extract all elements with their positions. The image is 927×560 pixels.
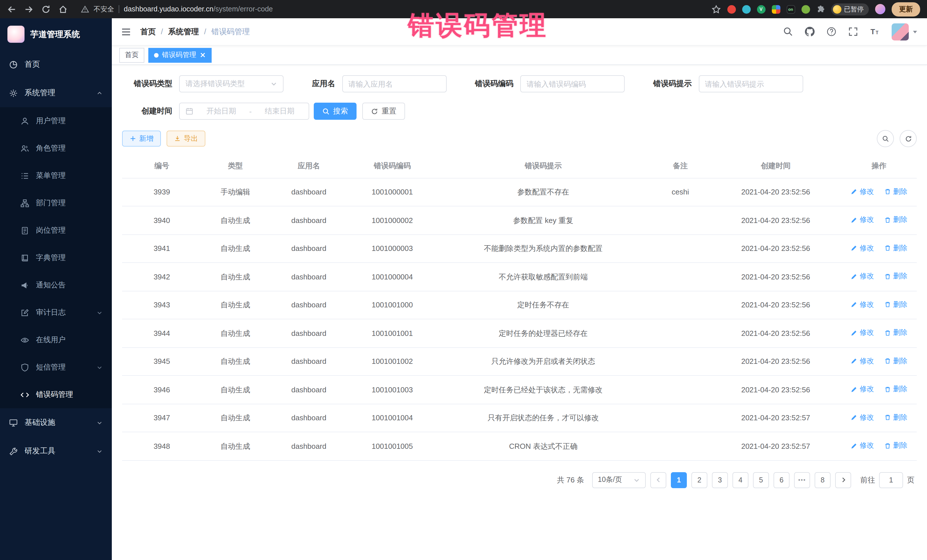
paused-badge[interactable]: 已暂停: [831, 3, 869, 15]
page-button-3[interactable]: 3: [712, 472, 728, 488]
app-name-input[interactable]: [342, 75, 447, 93]
date-range-picker[interactable]: 开始日期 - 结束日期: [179, 103, 309, 120]
sidebar-item-post[interactable]: 岗位管理: [0, 217, 112, 244]
sidebar-item-dept[interactable]: 部门管理: [0, 189, 112, 217]
cell-remark: [650, 432, 710, 460]
extension-icon-red[interactable]: [727, 5, 736, 14]
sidebar-item-menu[interactable]: 菜单管理: [0, 162, 112, 189]
next-page-button[interactable]: [835, 472, 851, 488]
update-button[interactable]: 更新: [892, 2, 920, 16]
home-icon[interactable]: [58, 4, 68, 14]
page-button-8[interactable]: 8: [815, 472, 831, 488]
prev-page-button[interactable]: [650, 472, 666, 488]
tag-home[interactable]: 首页: [119, 48, 144, 62]
export-button[interactable]: 导出: [167, 131, 205, 147]
sidebar-item-user[interactable]: 用户管理: [0, 107, 112, 135]
github-icon[interactable]: [805, 27, 815, 36]
more-pages-button[interactable]: •••: [794, 472, 810, 488]
edit-link[interactable]: 修改: [851, 328, 874, 338]
edit-link[interactable]: 修改: [851, 243, 874, 253]
fullscreen-icon[interactable]: [848, 27, 858, 36]
search-icon[interactable]: [783, 27, 793, 36]
delete-link[interactable]: 删除: [884, 441, 907, 451]
cell-id: 3939: [122, 178, 202, 206]
extension-icon-teal[interactable]: [742, 5, 751, 14]
delete-link[interactable]: 删除: [884, 272, 907, 281]
edit-link[interactable]: 修改: [851, 300, 874, 310]
edit-link[interactable]: 修改: [851, 384, 874, 394]
edit-link[interactable]: 修改: [851, 272, 874, 281]
cell-time: 2021-04-20 23:52:56: [710, 206, 842, 234]
sidebar-item-system[interactable]: 系统管理: [0, 79, 112, 107]
add-button[interactable]: 新增: [122, 131, 161, 147]
browser-profile-avatar[interactable]: [875, 4, 885, 14]
cell-app: dashboard: [269, 206, 348, 234]
delete-link[interactable]: 删除: [884, 413, 907, 422]
delete-link[interactable]: 删除: [884, 243, 907, 253]
menu-fold-icon[interactable]: [121, 27, 131, 37]
back-icon[interactable]: [7, 4, 17, 14]
page-button-6[interactable]: 6: [774, 472, 790, 488]
extension-icon-lime[interactable]: [801, 5, 810, 14]
error-type-select[interactable]: 请选择错误码类型: [179, 75, 284, 93]
forward-icon[interactable]: [24, 4, 33, 14]
delete-link[interactable]: 删除: [884, 384, 907, 394]
sidebar-item-notice[interactable]: 通知公告: [0, 272, 112, 299]
chevron-up-icon: [96, 90, 103, 96]
sidebar-item-home[interactable]: 首页: [0, 50, 112, 79]
goto-page: 前往 页: [860, 472, 915, 488]
user-avatar[interactable]: [892, 23, 918, 40]
extension-icon-green-v[interactable]: V: [757, 5, 765, 14]
edit-link[interactable]: 修改: [851, 356, 874, 366]
error-code-input[interactable]: [520, 75, 625, 93]
sidebar-item-devtools[interactable]: 研发工具: [0, 437, 112, 465]
edit-link[interactable]: 修改: [851, 215, 874, 225]
search-button[interactable]: 搜索: [314, 103, 357, 120]
sidebar-item-infra[interactable]: 基础设施: [0, 408, 112, 437]
close-icon[interactable]: [200, 52, 206, 58]
sidebar-item-label: 短信管理: [36, 362, 65, 372]
sidebar-item-online[interactable]: 在线用户: [0, 326, 112, 354]
error-hint-input[interactable]: [699, 75, 803, 93]
cell-code: 1001000001: [348, 178, 436, 206]
delete-link[interactable]: 删除: [884, 300, 907, 310]
page-button-5[interactable]: 5: [753, 472, 769, 488]
edit-link[interactable]: 修改: [851, 441, 874, 451]
breadcrumb: 首页 / 系统管理 / 错误码管理: [140, 27, 250, 37]
breadcrumb-home[interactable]: 首页: [140, 27, 156, 37]
sidebar-item-sms[interactable]: 短信管理: [0, 354, 112, 381]
breadcrumb-system[interactable]: 系统管理: [168, 27, 199, 37]
page-button-1[interactable]: 1: [671, 472, 687, 488]
reload-icon[interactable]: [41, 4, 51, 14]
refresh-button[interactable]: [900, 130, 917, 147]
help-icon[interactable]: [827, 27, 836, 36]
extension-icon-grid[interactable]: [772, 5, 780, 14]
delete-link[interactable]: 删除: [884, 328, 907, 338]
sidebar-item-role[interactable]: 角色管理: [0, 135, 112, 162]
sidebar-item-error-code[interactable]: 错误码管理: [0, 381, 112, 408]
edit-link[interactable]: 修改: [851, 187, 874, 196]
reset-button[interactable]: 重置: [362, 103, 405, 120]
font-size-icon[interactable]: TT: [870, 27, 880, 36]
table-row: 3944 自动生成 dashboard 1001001001 定时任务的处理器已…: [122, 319, 917, 347]
app-logo[interactable]: 芋道管理系统: [0, 18, 112, 50]
caret-down-icon: [912, 29, 918, 35]
sidebar-item-dict[interactable]: 字典管理: [0, 244, 112, 272]
page-size-select[interactable]: 10条/页: [592, 472, 646, 488]
toggle-search-button[interactable]: [877, 130, 894, 147]
delete-link[interactable]: 删除: [884, 215, 907, 225]
page-button-4[interactable]: 4: [732, 472, 748, 488]
sidebar-item-audit[interactable]: 审计日志: [0, 299, 112, 326]
extension-icon-on[interactable]: on: [786, 5, 795, 14]
cell-remark: [650, 404, 710, 432]
delete-link[interactable]: 删除: [884, 356, 907, 366]
edit-link[interactable]: 修改: [851, 413, 874, 422]
delete-link[interactable]: 删除: [884, 187, 907, 196]
bookmark-star-icon[interactable]: [711, 4, 721, 14]
address-bar[interactable]: 不安全 dashboard.yudao.iocoder.cn/system/er…: [81, 4, 273, 14]
page-button-2[interactable]: 2: [691, 472, 707, 488]
goto-page-input[interactable]: [879, 472, 903, 488]
extensions-puzzle-icon[interactable]: [816, 5, 825, 14]
tag-error-code[interactable]: 错误码管理: [148, 48, 212, 62]
eye-icon: [21, 335, 29, 344]
